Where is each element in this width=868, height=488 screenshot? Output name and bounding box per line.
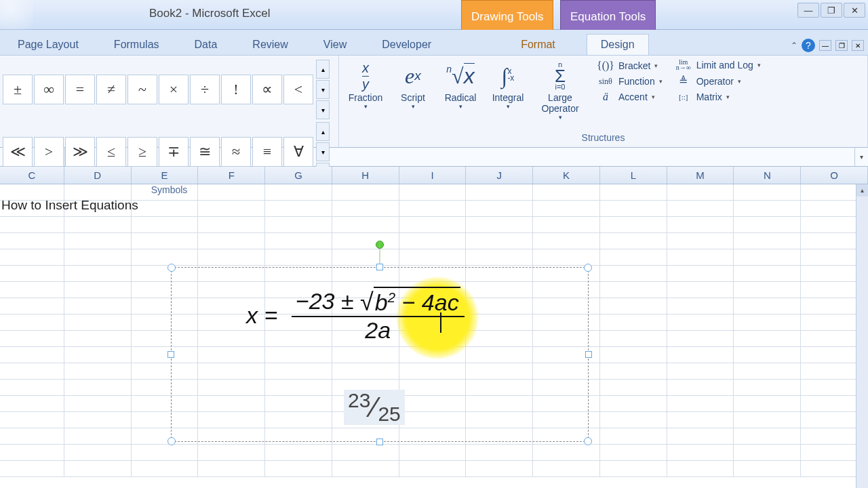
grid-cell[interactable] — [399, 217, 467, 232]
grid-cell[interactable] — [64, 396, 132, 411]
symbol-≫[interactable]: ≫ — [65, 137, 95, 167]
symbol-![interactable]: ! — [221, 75, 251, 104]
contextual-tab-equation-tools[interactable]: Equation Tools — [560, 0, 656, 30]
grid-cell[interactable] — [734, 461, 801, 476]
grid-cell[interactable] — [734, 331, 801, 346]
symbol-≈[interactable]: ≈ — [221, 137, 251, 167]
large-operator-button[interactable]: nΣi=0 Large Operator▾ — [536, 60, 585, 121]
grid-cell[interactable] — [332, 461, 399, 476]
grid-cell[interactable] — [734, 428, 801, 444]
grid-cell[interactable] — [667, 461, 734, 476]
office-orb[interactable] — [0, 0, 33, 30]
operator-button[interactable]: ≜Operator▾ — [675, 75, 761, 87]
grid-cell[interactable] — [0, 266, 64, 281]
grid-cell[interactable] — [667, 347, 734, 363]
gallery-more-icon[interactable]: ▾ — [316, 100, 330, 119]
grid-cell[interactable] — [64, 347, 132, 363]
close-button[interactable]: ✕ — [844, 3, 865, 18]
gallery-up-icon[interactable]: ▴ — [316, 122, 330, 141]
grid-cell[interactable] — [667, 201, 734, 216]
grid-cell[interactable] — [0, 363, 64, 379]
grid-cell[interactable] — [0, 331, 64, 346]
grid-cell[interactable] — [399, 461, 467, 476]
column-header-E[interactable]: E — [132, 167, 199, 184]
resize-handle-s[interactable] — [376, 439, 383, 445]
grid-cell[interactable] — [64, 266, 132, 281]
equation-shape[interactable]: x = −23 ± √ b2 − 4ac 2a 23 ⁄ — [171, 267, 589, 442]
grid-cell[interactable] — [132, 445, 199, 460]
grid-cell[interactable] — [466, 445, 533, 460]
grid-cell[interactable] — [0, 233, 64, 249]
symbol-÷[interactable]: ÷ — [190, 75, 220, 104]
grid-cell[interactable] — [600, 298, 667, 314]
symbol-≪[interactable]: ≪ — [3, 137, 33, 167]
column-header-K[interactable]: K — [533, 167, 600, 184]
matrix-button[interactable]: [::]Matrix▾ — [675, 92, 761, 102]
vertical-scrollbar[interactable]: ▴ — [856, 184, 868, 488]
grid-cell[interactable] — [600, 249, 667, 265]
grid-cell[interactable] — [466, 184, 533, 200]
grid-cell[interactable] — [466, 461, 533, 476]
skewed-fraction[interactable]: 23 ⁄ 25 — [344, 390, 405, 425]
tab-view[interactable]: View — [319, 39, 351, 55]
grid-cell[interactable] — [332, 233, 399, 249]
grid-cell[interactable] — [600, 380, 667, 395]
grid-cell[interactable] — [600, 461, 667, 476]
grid-cell[interactable] — [667, 266, 734, 281]
grid-cell[interactable] — [533, 249, 600, 265]
grid-cell[interactable] — [132, 201, 199, 216]
grid-cell[interactable] — [198, 201, 265, 216]
grid-cell[interactable] — [132, 233, 199, 249]
grid-cell[interactable] — [64, 217, 132, 232]
column-header-I[interactable]: I — [399, 167, 467, 184]
grid-cell[interactable] — [667, 282, 734, 298]
grid-cell[interactable] — [734, 445, 801, 460]
column-header-D[interactable]: D — [64, 167, 132, 184]
grid-cell[interactable] — [0, 461, 64, 476]
tab-formulas[interactable]: Formulas — [110, 39, 163, 55]
tab-review[interactable]: Review — [248, 39, 292, 55]
grid-cell[interactable] — [0, 347, 64, 363]
grid-cell[interactable] — [667, 396, 734, 411]
grid-cell[interactable] — [600, 396, 667, 411]
resize-handle-se[interactable] — [584, 437, 592, 445]
symbol-±[interactable]: ± — [3, 75, 33, 104]
column-header-G[interactable]: G — [265, 167, 332, 184]
grid-cell[interactable] — [0, 298, 64, 314]
grid-cell[interactable] — [600, 233, 667, 249]
grid-cell[interactable] — [734, 412, 801, 428]
column-header-N[interactable]: N — [734, 167, 801, 184]
workbook-close-button[interactable]: ✕ — [852, 40, 864, 51]
grid-cell[interactable] — [533, 445, 600, 460]
grid-cell[interactable] — [667, 412, 734, 428]
grid-cell[interactable] — [265, 233, 332, 249]
grid-cell[interactable] — [600, 331, 667, 346]
symbol-×[interactable]: × — [159, 75, 189, 104]
resize-handle-e[interactable] — [585, 351, 592, 358]
column-header-C[interactable]: C — [0, 167, 64, 184]
symbol-∝[interactable]: ∝ — [252, 75, 282, 104]
grid-cell[interactable] — [466, 217, 533, 232]
grid-cell[interactable] — [600, 201, 667, 216]
resize-handle-sw[interactable] — [167, 437, 176, 445]
grid-cell[interactable] — [64, 282, 132, 298]
grid-cell[interactable] — [667, 184, 734, 200]
grid-cell[interactable] — [734, 184, 801, 200]
column-header-J[interactable]: J — [466, 167, 533, 184]
grid-cell[interactable] — [64, 331, 132, 346]
grid-cell[interactable] — [198, 233, 265, 249]
minimize-button[interactable]: — — [797, 3, 819, 18]
grid-cell[interactable] — [600, 445, 667, 460]
scroll-up-icon[interactable]: ▴ — [856, 184, 868, 197]
symbol-∀[interactable]: ∀ — [283, 137, 313, 167]
grid-cell[interactable] — [734, 298, 801, 314]
grid-cell[interactable] — [533, 233, 600, 249]
workbook-restore-button[interactable]: ❐ — [835, 40, 848, 51]
grid-cell[interactable] — [198, 249, 265, 265]
grid-cell[interactable] — [399, 184, 467, 200]
grid-cell[interactable] — [466, 249, 533, 265]
grid-cell[interactable] — [667, 331, 734, 346]
gallery-up-icon[interactable]: ▴ — [316, 60, 330, 79]
grid-cell[interactable] — [0, 217, 64, 232]
grid-cell[interactable] — [64, 445, 132, 460]
